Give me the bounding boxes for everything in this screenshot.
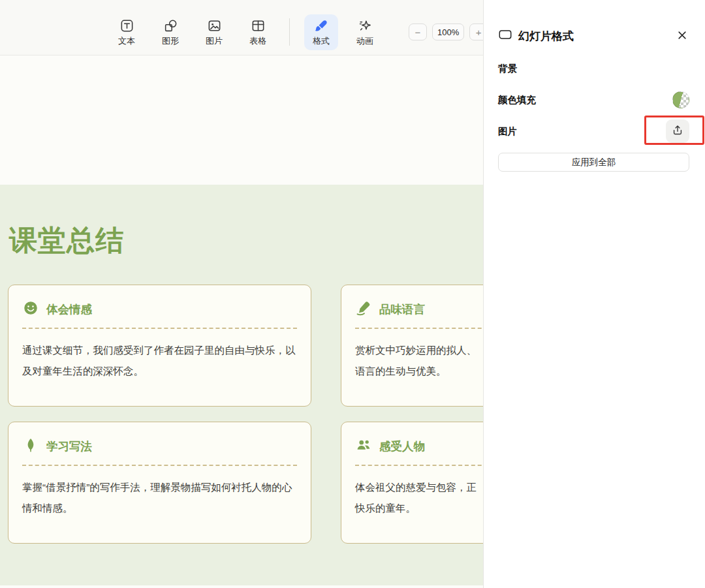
toolbar-divider (289, 18, 290, 46)
color-fill-row: 颜色填充 (498, 91, 689, 109)
pen-icon (355, 300, 372, 319)
card-header: 感受人物 (355, 437, 483, 456)
tool-text-label: 文本 (118, 35, 135, 47)
image-icon (207, 18, 222, 33)
text-icon (119, 18, 134, 33)
card-header: 品味语言 (355, 300, 483, 319)
card-body: 赏析文中巧妙运用的拟人、 语言的生动与优美。 (355, 340, 483, 382)
toolbar-inner: 文本 图形 (110, 14, 483, 50)
upload-icon (671, 124, 684, 139)
card-divider (22, 328, 297, 329)
leaf-icon (22, 437, 39, 456)
close-icon (676, 29, 688, 43)
editor-main: 文本 图形 (0, 0, 483, 588)
image-label: 图片 (498, 125, 517, 138)
image-row: 图片 (498, 119, 689, 143)
card-body: 掌握“借景抒情”的写作手法，理解景物描写如何衬托人物的心情和情感。 (22, 477, 297, 519)
table-icon (251, 18, 266, 33)
card-title: 感受人物 (379, 439, 425, 454)
tool-format-label: 格式 (313, 35, 330, 47)
card-body: 体会祖父的慈爱与包容，正 快乐的童年。 (355, 477, 483, 519)
card-divider (355, 328, 483, 329)
tool-table[interactable]: 表格 (241, 14, 275, 50)
tool-animation-label: 动画 (356, 35, 373, 47)
tool-image-label: 图片 (206, 35, 223, 47)
people-icon (355, 437, 372, 456)
presentation-app: 文本 图形 (0, 0, 705, 588)
summary-cards: 体会情感 通过课文细节，我们感受到了作者在园子里的自由与快乐，以及对童年生活的深… (8, 285, 483, 544)
canvas-top-area (0, 55, 483, 185)
background-section-label: 背景 (498, 63, 689, 75)
tool-format[interactable]: 格式 (304, 14, 338, 50)
slide-format-icon (498, 27, 512, 44)
slide[interactable]: 课堂总结 体会情感 (0, 185, 483, 585)
zoom-in-button[interactable]: + (469, 23, 483, 40)
image-upload-button[interactable] (666, 119, 689, 143)
format-brush-icon (314, 18, 329, 33)
smiley-icon (22, 300, 39, 319)
card-divider (22, 465, 297, 466)
slide-title[interactable]: 课堂总结 (9, 225, 483, 256)
slide-format-panel: 幻灯片格式 背景 颜色填充 图片 (483, 0, 705, 588)
card-body: 通过课文细节，我们感受到了作者在园子里的自由与快乐，以及对童年生活的深深怀念。 (22, 340, 297, 382)
tool-shapes-label: 图形 (162, 35, 179, 47)
card-language[interactable]: 品味语言 赏析文中巧妙运用的拟人、 语言的生动与优美。 (341, 285, 483, 407)
card-header: 学习写法 (22, 437, 297, 456)
card-emotion[interactable]: 体会情感 通过课文细节，我们感受到了作者在园子里的自由与快乐，以及对童年生活的深… (8, 285, 311, 407)
card-writing[interactable]: 学习写法 掌握“借景抒情”的写作手法，理解景物描写如何衬托人物的心情和情感。 (8, 422, 311, 544)
shapes-icon (163, 18, 178, 33)
close-button[interactable] (675, 28, 689, 44)
card-title: 学习写法 (46, 439, 92, 454)
slide-canvas: 课堂总结 体会情感 (0, 55, 483, 588)
card-divider (355, 465, 483, 466)
toolbar: 文本 图形 (0, 0, 483, 55)
tool-text[interactable]: 文本 (110, 14, 144, 50)
tool-shapes[interactable]: 图形 (153, 14, 187, 50)
animation-sparkle-icon (358, 18, 373, 33)
tool-table-label: 表格 (249, 35, 266, 47)
tool-animation[interactable]: 动画 (348, 14, 382, 50)
zoom-out-button[interactable]: − (409, 23, 427, 40)
zoom-level[interactable]: 100% (432, 23, 464, 40)
card-header: 体会情感 (22, 300, 297, 319)
card-character[interactable]: 感受人物 体会祖父的慈爱与包容，正 快乐的童年。 (341, 422, 483, 544)
card-title: 品味语言 (379, 302, 425, 317)
panel-title: 幻灯片格式 (518, 29, 669, 44)
color-fill-label: 颜色填充 (498, 94, 536, 106)
panel-header: 幻灯片格式 (498, 27, 689, 44)
card-title: 体会情感 (46, 302, 92, 317)
zoom-controls: − 100% + (409, 23, 483, 40)
apply-to-all-button[interactable]: 应用到全部 (498, 153, 689, 172)
tool-image[interactable]: 图片 (197, 14, 231, 50)
color-fill-swatch[interactable] (672, 91, 689, 108)
